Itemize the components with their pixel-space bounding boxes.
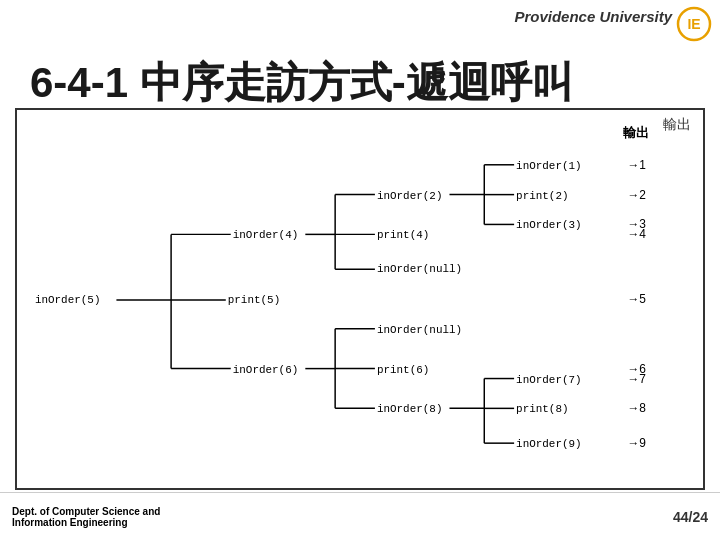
node-inorder5: inOrder(5) bbox=[35, 294, 101, 306]
slide-title: 6-4-1 中序走訪方式-遞迴呼叫 bbox=[30, 55, 574, 111]
footer-dept-line1: Dept. of Computer Science and bbox=[12, 506, 160, 517]
footer-dept-line2: Information Engineering bbox=[12, 517, 160, 528]
output-8: →8 bbox=[627, 401, 646, 415]
node-inorder1: inOrder(1) bbox=[516, 160, 582, 172]
output-4: →4 bbox=[627, 227, 646, 241]
node-inorder2: inOrder(2) bbox=[377, 190, 443, 202]
output-column-label: 輸出 bbox=[623, 125, 649, 140]
university-name: Providence University bbox=[514, 8, 672, 25]
output-5: →5 bbox=[627, 292, 646, 306]
node-inorder8: inOrder(8) bbox=[377, 403, 443, 415]
footer-page: 44/24 bbox=[673, 509, 708, 525]
node-print6: print(6) bbox=[377, 364, 429, 376]
node-inorder4: inOrder(4) bbox=[233, 229, 299, 241]
node-inorder3: inOrder(3) bbox=[516, 219, 582, 231]
diagram-svg: inOrder(5) print(5) inOrder(4) inOrder(2… bbox=[17, 110, 703, 488]
node-inorder9: inOrder(9) bbox=[516, 438, 582, 450]
node-print8: print(8) bbox=[516, 403, 568, 415]
footer-dept-block: Dept. of Computer Science and Informatio… bbox=[12, 506, 160, 528]
node-inorder7: inOrder(7) bbox=[516, 374, 582, 386]
node-inordernull2: inOrder(null) bbox=[377, 324, 462, 336]
node-inordernull1: inOrder(null) bbox=[377, 263, 462, 275]
output-2: →2 bbox=[627, 188, 646, 202]
node-print2: print(2) bbox=[516, 190, 568, 202]
header: Providence University IE bbox=[0, 0, 720, 52]
output-7: →7 bbox=[627, 372, 646, 386]
footer: Dept. of Computer Science and Informatio… bbox=[0, 492, 720, 540]
diagram-container: 輸出 inOrder(5) print(5) inOrder(4) inOrde… bbox=[15, 108, 705, 490]
output-1: →1 bbox=[627, 158, 646, 172]
node-print5: print(5) bbox=[228, 294, 280, 306]
svg-text:IE: IE bbox=[687, 16, 700, 32]
university-logo: IE bbox=[676, 6, 712, 42]
node-print4: print(4) bbox=[377, 229, 429, 241]
node-inorder6: inOrder(6) bbox=[233, 364, 299, 376]
output-9: →9 bbox=[627, 436, 646, 450]
